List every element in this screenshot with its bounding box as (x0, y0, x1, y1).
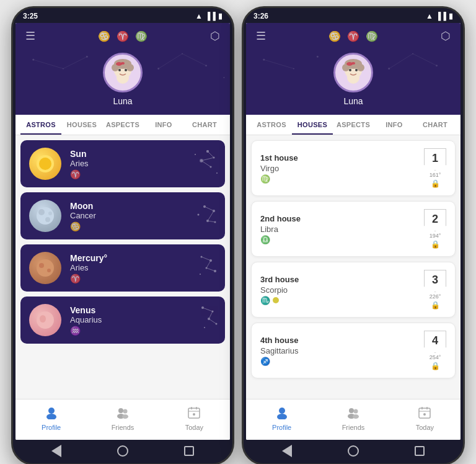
house-card-2[interactable]: 2nd house Libra ♎ 2 194° 🔒 (251, 201, 456, 257)
venus-info: Venus Aquarius ♒ (70, 305, 216, 336)
tab-chart-left[interactable]: CHART (184, 115, 225, 135)
house-symbol-1: ♍ (260, 174, 419, 184)
house-number-2: 2 (424, 209, 446, 231)
nav-friends-right[interactable]: Friends (317, 403, 389, 434)
house-card-3[interactable]: 3rd house Scorpio ♏ 3 226° 🔒 (251, 262, 456, 318)
house-degree-4: 254° (430, 354, 441, 360)
profile-nav-label-right: Profile (272, 424, 291, 431)
house-badge-3: 3 226° 🔒 (424, 270, 446, 310)
mercury-name: Mercury° (70, 253, 216, 263)
time-right: 3:26 (253, 12, 268, 20)
nav-friends-left[interactable]: Friends (87, 403, 158, 434)
houses-list: 1st house Virgo ♍ 1 161° 🔒 (246, 135, 461, 383)
nav-profile-right[interactable]: Profile (246, 403, 317, 434)
astro-card-mercury[interactable]: Mercury° Aries ♈ (20, 244, 225, 292)
house-sign-1: Virgo (260, 164, 419, 173)
svg-point-74 (122, 414, 128, 419)
tab-astros-right[interactable]: ASTROS (251, 115, 292, 135)
battery-icon: ▮ (218, 12, 223, 20)
svg-point-2 (86, 56, 88, 58)
profile-section-left: Luna (15, 48, 230, 115)
house-degree-2: 194° (430, 233, 441, 239)
home-bar-right (244, 440, 463, 463)
venus-symbol: ♒ (70, 326, 216, 336)
menu-icon-left[interactable]: ☰ (25, 29, 35, 43)
recents-btn-left[interactable] (183, 445, 195, 457)
today-nav-icon-right (418, 406, 431, 422)
friends-nav-label-left: Friends (112, 424, 134, 431)
sun-icon (29, 148, 61, 180)
tab-chart-right[interactable]: CHART (415, 115, 456, 135)
zodiac-nav-right: ♋ ♈ ♍ (328, 30, 378, 42)
recents-btn-right[interactable] (413, 445, 426, 457)
today-nav-icon-left (187, 406, 201, 422)
tab-houses-right[interactable]: HOUSES (292, 115, 333, 135)
astro-card-moon[interactable]: Moon Cancer ♋ (20, 192, 225, 239)
today-nav-label-left: Today (185, 424, 203, 431)
sun-info: Sun Aries ♈ (70, 149, 216, 179)
svg-point-50 (47, 269, 51, 272)
home-btn-left[interactable] (117, 445, 129, 457)
nav-today-left[interactable]: Today (159, 403, 230, 434)
dot-indicator-3 (273, 297, 279, 303)
moon-symbol: ♋ (70, 221, 216, 231)
status-bar-left: 3:25 ▲ ▐▐ ▮ (13, 8, 232, 23)
astro-card-venus[interactable]: Venus Aquarius ♒ (20, 297, 225, 344)
moon-sign: Cancer (70, 211, 216, 220)
home-btn-right[interactable] (347, 445, 359, 457)
venus-sign: Aquarius (70, 315, 216, 324)
svg-line-90 (413, 54, 436, 66)
svg-line-88 (264, 60, 294, 68)
svg-point-97 (349, 69, 351, 71)
nav-today-right[interactable]: Today (389, 403, 461, 434)
tab-houses-left[interactable]: HOUSES (61, 115, 102, 135)
zodiac-nav-left: ♋ ♈ ♍ (98, 30, 148, 42)
back-btn-right[interactable] (281, 445, 293, 457)
friends-nav-icon-left (116, 406, 130, 422)
mercury-info: Mercury° Aries ♈ (70, 253, 216, 283)
moon-name: Moon (70, 201, 216, 211)
house-card-1[interactable]: 1st house Virgo ♍ 1 161° 🔒 (251, 140, 456, 196)
svg-point-85 (388, 68, 390, 69)
wifi-icon: ▲ (195, 12, 203, 20)
back-btn-left[interactable] (50, 445, 63, 457)
mercury-sign: Aries (70, 263, 216, 272)
profile-name-right: Luna (343, 96, 363, 106)
tab-info-right[interactable]: INFO (374, 115, 415, 135)
tab-aspects-right[interactable]: ASPECTS (333, 115, 374, 135)
house-card-4[interactable]: 4th house Sagittarius ♐ 4 254° 🔒 (251, 323, 456, 378)
zodiac-cancer-left: ♋ (98, 30, 110, 42)
tab-aspects-left[interactable]: ASPECTS (102, 115, 143, 135)
svg-point-24 (39, 158, 51, 170)
avatar-left (103, 53, 143, 92)
signal-icon: ▐▐ (205, 12, 216, 20)
lock-icon-2: 🔒 (431, 240, 440, 249)
venus-name: Venus (70, 305, 216, 315)
astro-card-sun[interactable]: Sun Aries ♈ (20, 140, 225, 187)
share-icon-left[interactable]: ⬡ (210, 29, 220, 43)
house-info-4: 4th house Sagittarius ♐ (260, 336, 419, 366)
tab-astros-left[interactable]: ASTROS (20, 115, 61, 135)
svg-point-5 (157, 68, 159, 69)
house-symbol-3: ♏ (260, 296, 419, 305)
svg-point-37 (38, 209, 45, 215)
profile-nav-icon-right (275, 406, 289, 422)
house-symbol-4: ♐ (260, 357, 419, 366)
svg-point-1 (63, 68, 64, 69)
wifi-icon-right: ▲ (426, 12, 433, 20)
lock-icon-1: 🔒 (431, 179, 440, 188)
svg-point-102 (277, 414, 287, 419)
svg-point-38 (45, 217, 50, 222)
svg-point-6 (182, 53, 183, 55)
moon-icon (29, 200, 61, 232)
menu-icon-right[interactable]: ☰ (256, 29, 266, 43)
house-symbol-2: ♎ (260, 235, 419, 244)
svg-point-72 (123, 409, 127, 414)
house-sign-2: Libra (260, 225, 419, 234)
svg-point-15 (117, 71, 129, 84)
mercury-icon (29, 252, 61, 284)
share-icon-right[interactable]: ⬡ (441, 29, 451, 43)
zodiac-virgo-right: ♍ (366, 30, 378, 42)
nav-profile-left[interactable]: Profile (15, 403, 87, 434)
tab-info-left[interactable]: INFO (143, 115, 184, 135)
